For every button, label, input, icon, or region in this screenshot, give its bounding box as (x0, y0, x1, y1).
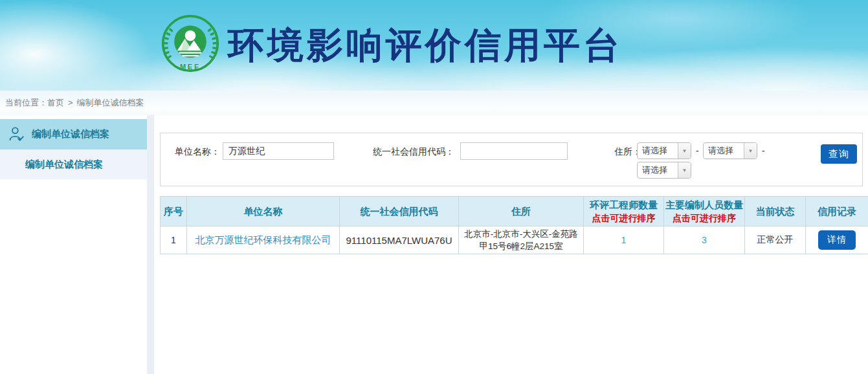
site-header: MEE 环境影响评价信用平台 (0, 0, 868, 91)
page-title: 环境影响评价信用平台 (228, 22, 623, 69)
breadcrumb-current-link[interactable]: 编制单位诚信档案 (77, 98, 144, 107)
sort-hint: 点击可进行排序 (585, 212, 662, 225)
user-check-icon (8, 126, 25, 142)
credit-code-label: 统一社会信用代码： (373, 142, 454, 160)
detail-button[interactable]: 详情 (818, 230, 856, 250)
col-unit-name: 单位名称 (187, 197, 340, 226)
main-content: 单位名称： 统一社会信用代码： 住所： 请选择 ▼ - 请选择 ▼ - 请选择 … (160, 115, 868, 374)
col-credit-code: 统一社会信用代码 (340, 197, 459, 226)
col-engineer-count-sort[interactable]: 环评工程师数量 点击可进行排序 (584, 197, 664, 226)
address-province-select[interactable]: 请选择 ▼ (637, 142, 691, 159)
col-staff-count-label: 主要编制人员数量 (665, 199, 743, 210)
col-engineer-count-label: 环评工程师数量 (590, 199, 658, 210)
svg-text:MEE: MEE (180, 63, 201, 71)
mee-logo-icon: MEE (161, 14, 220, 75)
sidebar: 编制单位诚信档案 编制单位诚信档案 (0, 115, 147, 374)
breadcrumb: 当前位置：首页>编制单位诚信档案 (0, 91, 868, 115)
col-staff-count-sort[interactable]: 主要编制人员数量 点击可进行排序 (664, 197, 745, 226)
unit-name-label: 单位名称： (175, 142, 220, 160)
address-city-value: 请选择 (704, 143, 744, 159)
credit-code-input[interactable] (460, 142, 568, 160)
unit-name-input[interactable] (223, 142, 334, 160)
col-index: 序号 (161, 197, 187, 226)
col-status: 当前状态 (745, 197, 806, 226)
address-district-value: 请选择 (638, 162, 678, 178)
search-panel: 单位名称： 统一社会信用代码： 住所： 请选择 ▼ - 请选择 ▼ - 请选择 … (160, 133, 863, 186)
address-value: 北京市-北京市-大兴区-金苑路甲15号6幢2层A215室 (459, 226, 584, 254)
sidebar-item-credit-archive[interactable]: 编制单位诚信档案 (0, 149, 147, 179)
chevron-down-icon[interactable]: ▼ (678, 162, 691, 178)
engineer-count-link[interactable]: 1 (621, 235, 627, 245)
sidebar-divider (147, 115, 154, 374)
address-city-select[interactable]: 请选择 ▼ (703, 142, 757, 159)
status-value: 正常公开 (745, 226, 806, 254)
address-province-value: 请选择 (638, 143, 678, 159)
sort-hint: 点击可进行排序 (665, 212, 743, 225)
col-address: 住所 (459, 197, 584, 226)
table-header-row: 序号 单位名称 统一社会信用代码 住所 环评工程师数量 点击可进行排序 主要编制… (161, 197, 868, 226)
sidebar-group-label: 编制单位诚信档案 (32, 128, 109, 140)
breadcrumb-home-link[interactable]: 首页 (47, 98, 64, 107)
chevron-down-icon[interactable]: ▼ (744, 143, 757, 159)
breadcrumb-separator: > (68, 98, 73, 107)
chevron-down-icon[interactable]: ▼ (678, 143, 691, 159)
address-dash-2: - (762, 142, 765, 160)
unit-name-link[interactable]: 北京万源世纪环保科技有限公司 (195, 234, 331, 245)
breadcrumb-label: 当前位置： (5, 98, 47, 107)
sidebar-group-credit-archive[interactable]: 编制单位诚信档案 (0, 119, 147, 149)
sidebar-item-label: 编制单位诚信档案 (25, 159, 103, 171)
address-dash-1: - (696, 142, 699, 160)
col-credit-record: 信用记录 (806, 197, 868, 226)
address-district-select[interactable]: 请选择 ▼ (637, 162, 691, 179)
row-index: 1 (161, 226, 187, 254)
table-row: 1 北京万源世纪环保科技有限公司 91110115MA7LWUA76U 北京市-… (161, 226, 868, 254)
query-button[interactable]: 查询 (821, 144, 857, 164)
credit-code-value: 91110115MA7LWUA76U (340, 226, 459, 254)
result-table: 序号 单位名称 统一社会信用代码 住所 环评工程师数量 点击可进行排序 主要编制… (160, 196, 868, 254)
staff-count-link[interactable]: 3 (702, 235, 707, 245)
